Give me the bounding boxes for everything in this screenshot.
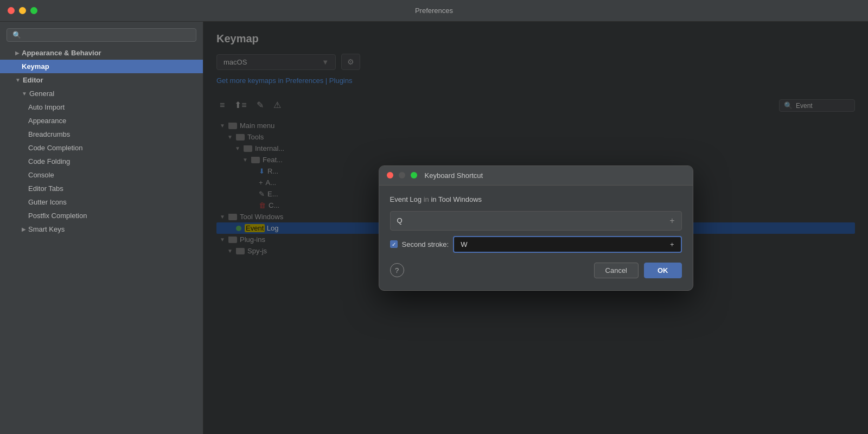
- sidebar-item-label: Breadcrumbs: [28, 130, 70, 138]
- sidebar-item-label: Appearance: [28, 117, 66, 125]
- search-icon: 🔍: [12, 31, 21, 39]
- second-stroke-checkbox[interactable]: [390, 240, 398, 248]
- sidebar-item-label: Postfix Completion: [28, 212, 87, 220]
- dialog-body: Event Log in in Tool Windows Q + Second …: [379, 186, 693, 290]
- sidebar-item-code-folding[interactable]: Code Folding: [0, 155, 203, 168]
- arrow-icon: ▶: [22, 226, 26, 232]
- dialog-subtitle: Event Log in in Tool Windows: [390, 195, 682, 203]
- sidebar-item-label: Editor Tabs: [28, 184, 63, 193]
- sidebar-item-appearance[interactable]: Appearance: [0, 114, 203, 127]
- second-stroke-input[interactable]: W +: [453, 236, 681, 253]
- title-bar: Preferences: [0, 0, 868, 22]
- sidebar-item-editor[interactable]: ▼ Editor: [0, 73, 203, 87]
- add-shortcut-icon: +: [669, 216, 674, 226]
- content-area: Keymap macOS ▼ ⚙ Get more keymaps in Pre…: [203, 22, 868, 434]
- cancel-button[interactable]: Cancel: [594, 263, 639, 278]
- sidebar-item-label: Code Folding: [28, 157, 70, 165]
- ok-button[interactable]: OK: [644, 263, 682, 278]
- sidebar-item-label: Editor: [23, 76, 43, 84]
- sidebar-search-input[interactable]: [24, 31, 190, 39]
- sidebar-item-breadcrumbs[interactable]: Breadcrumbs: [0, 127, 203, 141]
- close-button[interactable]: [8, 7, 15, 14]
- second-stroke-row: Second stroke: W +: [390, 236, 682, 253]
- sidebar-item-label: Gutter Icons: [28, 198, 67, 206]
- first-shortcut-value: Q: [397, 216, 403, 225]
- main-layout: 🔍 ▶ Appearance & Behavior Keymap ▼ Edito…: [0, 22, 868, 434]
- dialog-context-label: in Tool Windows: [431, 195, 482, 203]
- sidebar-item-keymap[interactable]: Keymap: [0, 60, 203, 73]
- dialog-in-label: in: [424, 195, 431, 203]
- arrow-icon: ▶: [15, 50, 20, 56]
- help-button[interactable]: ?: [390, 263, 404, 277]
- dialog-action-label: Event Log: [390, 195, 422, 203]
- window-controls[interactable]: [8, 7, 37, 14]
- sidebar-item-label: Auto Import: [28, 103, 65, 111]
- sidebar-item-postfix-completion[interactable]: Postfix Completion: [0, 209, 203, 222]
- sidebar-item-label: Console: [28, 171, 54, 179]
- sidebar-item-console[interactable]: Console: [0, 168, 203, 182]
- window-title: Preferences: [415, 7, 453, 15]
- arrow-icon: ▼: [15, 77, 21, 83]
- sidebar-item-label: Code Completion: [28, 144, 82, 152]
- modal-overlay: Keyboard Shortcut Event Log in in Tool W…: [203, 22, 868, 434]
- dialog-title-bar: Keyboard Shortcut: [379, 166, 693, 186]
- dialog-close-button[interactable]: [387, 172, 393, 178]
- sidebar-item-auto-import[interactable]: Auto Import: [0, 100, 203, 114]
- minimize-button[interactable]: [19, 7, 26, 14]
- sidebar-item-label: General: [29, 90, 54, 98]
- sidebar: 🔍 ▶ Appearance & Behavior Keymap ▼ Edito…: [0, 22, 203, 434]
- sidebar-item-general[interactable]: ▼ General: [0, 87, 203, 100]
- sidebar-search[interactable]: 🔍: [7, 28, 196, 42]
- dialog-minimize-button[interactable]: [399, 172, 405, 178]
- dialog-footer: ? Cancel OK: [390, 263, 682, 280]
- add-stroke-icon: +: [670, 240, 674, 248]
- sidebar-item-code-completion[interactable]: Code Completion: [0, 141, 203, 155]
- sidebar-item-label: Smart Keys: [28, 225, 65, 233]
- sidebar-item-label: Appearance & Behavior: [22, 49, 101, 57]
- sidebar-item-smart-keys[interactable]: ▶ Smart Keys: [0, 222, 203, 236]
- sidebar-item-editor-tabs[interactable]: Editor Tabs: [0, 182, 203, 195]
- dialog-maximize-button[interactable]: [411, 172, 417, 178]
- sidebar-item-gutter-icons[interactable]: Gutter Icons: [0, 195, 203, 209]
- second-stroke-value: W: [461, 240, 467, 248]
- second-stroke-label: Second stroke:: [402, 240, 449, 248]
- sidebar-item-label: Keymap: [22, 62, 49, 71]
- first-shortcut-input[interactable]: Q +: [390, 211, 682, 231]
- dialog-actions: Cancel OK: [594, 263, 682, 278]
- maximize-button[interactable]: [30, 7, 37, 14]
- keyboard-shortcut-dialog: Keyboard Shortcut Event Log in in Tool W…: [379, 165, 693, 291]
- dialog-title: Keyboard Shortcut: [425, 171, 483, 180]
- sidebar-item-appearance-behavior[interactable]: ▶ Appearance & Behavior: [0, 46, 203, 60]
- arrow-icon: ▼: [22, 91, 27, 97]
